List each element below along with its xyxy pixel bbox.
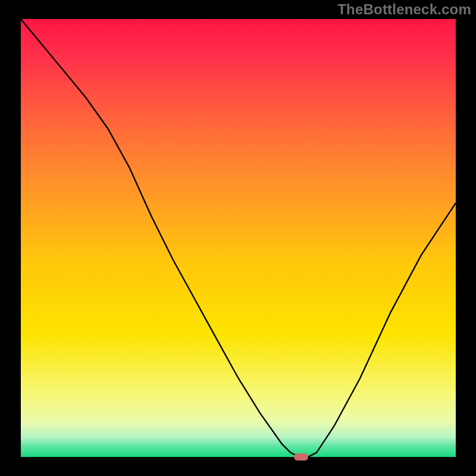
watermark-text: TheBottleneck.com <box>337 1 471 18</box>
gradient-background <box>21 19 456 457</box>
chart-svg <box>0 0 476 476</box>
chart-canvas: TheBottleneck.com <box>0 0 476 476</box>
optimal-marker <box>294 453 308 461</box>
